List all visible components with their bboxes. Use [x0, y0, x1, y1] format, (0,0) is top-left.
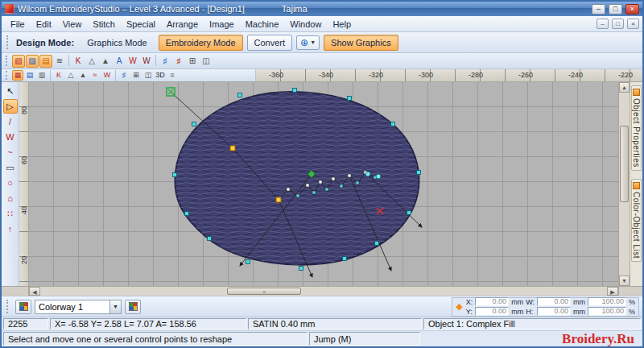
select-tool[interactable]: ↖: [3, 84, 18, 98]
reshape-node[interactable]: [299, 267, 303, 271]
scale-y-field[interactable]: 100.00: [588, 307, 626, 316]
control-point[interactable]: [325, 188, 328, 191]
hash-icon[interactable]: ♯: [118, 70, 130, 81]
edit-colorway-button[interactable]: [125, 300, 141, 314]
mdi-close-button[interactable]: ×: [627, 19, 639, 29]
tab-color-object-list[interactable]: Color-Object List: [631, 179, 642, 262]
tab-object-properties[interactable]: Object Properties: [631, 85, 642, 171]
pattern-fill-icon[interactable]: ▦: [12, 70, 23, 81]
ellipse-tool[interactable]: ○: [3, 176, 18, 190]
lettering-tool[interactable]: W: [3, 130, 18, 144]
control-point[interactable]: [356, 181, 359, 184]
list-icon[interactable]: ≡: [167, 70, 178, 81]
wave-lettering-icon[interactable]: W: [126, 55, 139, 68]
reshape-node[interactable]: [185, 212, 189, 216]
toolbar-grip[interactable]: [6, 56, 10, 66]
colorway-select[interactable]: Colorway 1 ▼: [35, 300, 122, 314]
convert-button[interactable]: Convert: [247, 35, 293, 51]
control-point[interactable]: [296, 194, 299, 197]
pattern-cols-icon[interactable]: ▥: [36, 70, 47, 81]
freehand-tool[interactable]: ~: [3, 145, 18, 160]
w-icon[interactable]: W: [101, 70, 113, 81]
selected-control-point[interactable]: [230, 146, 235, 151]
triangle-outline-icon[interactable]: △: [85, 55, 98, 68]
reshape-node[interactable]: [208, 237, 212, 241]
rectangle-tool[interactable]: ▭: [3, 160, 18, 175]
control-point[interactable]: [332, 177, 335, 180]
lettering-icon[interactable]: K: [72, 55, 85, 68]
wave-lettering2-icon[interactable]: W: [140, 55, 153, 68]
reshape-node[interactable]: [238, 93, 242, 97]
kern-icon[interactable]: K: [53, 70, 64, 81]
reshape-node[interactable]: [246, 260, 250, 264]
fence-red-icon[interactable]: ♯: [172, 55, 185, 68]
pattern-rows-icon[interactable]: ▤: [24, 70, 35, 81]
minimize-button[interactable]: –: [592, 4, 605, 14]
triangle-fill-icon[interactable]: ▲: [99, 55, 112, 68]
menu-view[interactable]: View: [57, 18, 88, 31]
tri-fill-icon[interactable]: ▲: [77, 70, 89, 81]
reshape-node[interactable]: [417, 171, 421, 175]
hscroll-thumb[interactable]: ≡: [227, 288, 301, 295]
graphics-mode-button[interactable]: Graphics Mode: [80, 35, 155, 51]
menu-machine[interactable]: Machine: [240, 18, 285, 31]
curve-point[interactable]: [365, 172, 370, 176]
toolbar-grip[interactable]: [6, 35, 10, 50]
vscroll-thumb[interactable]: [620, 126, 629, 202]
reshape-node[interactable]: [348, 97, 352, 101]
boxgrid-icon[interactable]: ⊞: [130, 70, 142, 81]
tri-outline-icon[interactable]: △: [65, 70, 76, 81]
shape-tool[interactable]: ⌂: [3, 191, 18, 205]
scroll-up-button[interactable]: ▲: [619, 82, 630, 93]
close-button[interactable]: ×: [625, 4, 639, 14]
scroll-left-button[interactable]: ◀: [29, 287, 40, 296]
points-tool[interactable]: ∷: [3, 206, 18, 221]
grid-box-icon[interactable]: ◫: [200, 55, 213, 68]
scroll-right-button[interactable]: ▶: [607, 287, 618, 296]
design-canvas[interactable]: [29, 82, 618, 286]
hscroll-track[interactable]: ≡: [40, 287, 607, 296]
reshape-node[interactable]: [343, 257, 347, 261]
reshape-node[interactable]: [391, 122, 395, 126]
scroll-down-button[interactable]: ▼: [619, 276, 630, 286]
toolbar-grip[interactable]: [6, 300, 10, 314]
menu-edit[interactable]: Edit: [31, 18, 57, 31]
menu-image[interactable]: Image: [204, 18, 240, 31]
tatami-fill-icon[interactable]: ▨: [26, 55, 39, 68]
hoop-globe-button[interactable]: ⊕ ▼: [296, 35, 320, 50]
control-point[interactable]: [306, 184, 309, 187]
curve-point[interactable]: [376, 174, 381, 179]
vscroll-track[interactable]: [619, 93, 630, 276]
reshape-node[interactable]: [293, 89, 297, 93]
curve-icon[interactable]: ≈: [89, 70, 101, 81]
embroidery-mode-button[interactable]: Embroidery Mode: [159, 35, 243, 51]
menu-help[interactable]: Help: [327, 18, 357, 31]
y-field[interactable]: 0.00: [475, 307, 509, 316]
reshape-node[interactable]: [173, 173, 177, 177]
reshape-node[interactable]: [407, 211, 411, 215]
reshape-node[interactable]: [375, 242, 379, 246]
colorway-palette-button[interactable]: [15, 300, 31, 314]
mdi-minimize-button[interactable]: –: [597, 19, 609, 29]
stitch-edit-tool[interactable]: /: [3, 114, 18, 129]
fence-blue-icon[interactable]: ♯: [159, 55, 171, 68]
selected-control-point[interactable]: [276, 197, 281, 202]
menu-special[interactable]: Special: [121, 18, 161, 31]
toolbar-grip[interactable]: [6, 71, 10, 80]
maximize-button[interactable]: □: [609, 4, 622, 14]
control-point[interactable]: [287, 188, 290, 191]
menu-file[interactable]: File: [5, 18, 31, 31]
control-point[interactable]: [340, 184, 343, 188]
direction-tool[interactable]: ↑: [3, 222, 18, 236]
chevron-down-icon[interactable]: ▼: [109, 300, 121, 313]
titlebar[interactable]: Wilcom EmbroideryStudio – Level 3 Advanc…: [2, 2, 642, 16]
reshape-tool[interactable]: ▷: [3, 99, 18, 114]
run-stitch-icon[interactable]: ≋: [53, 55, 66, 68]
show-graphics-button[interactable]: Show Graphics: [324, 35, 398, 51]
vertical-scrollbar[interactable]: ▲ ▼: [618, 82, 630, 286]
control-point[interactable]: [319, 180, 322, 184]
grid-fill-icon[interactable]: ⊞: [186, 55, 199, 68]
reshape-node[interactable]: [192, 122, 196, 126]
h-field[interactable]: 0.00: [537, 307, 571, 316]
threed-toggle[interactable]: 3D: [155, 70, 166, 81]
